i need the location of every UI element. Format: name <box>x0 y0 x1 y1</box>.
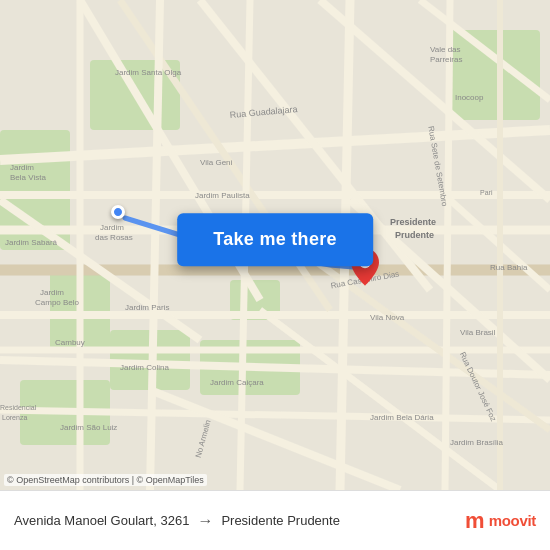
origin-marker <box>111 205 125 219</box>
svg-text:Vila Nova: Vila Nova <box>370 313 405 322</box>
destination-text: Presidente Prudente <box>221 513 340 528</box>
svg-text:Jardim Paris: Jardim Paris <box>125 303 169 312</box>
svg-text:Jardim Brasília: Jardim Brasília <box>450 438 503 447</box>
svg-text:Jardim: Jardim <box>10 163 34 172</box>
svg-text:Jardim Colina: Jardim Colina <box>120 363 169 372</box>
svg-text:Vale das: Vale das <box>430 45 461 54</box>
svg-text:Residencial: Residencial <box>0 404 37 411</box>
origin-text: Avenida Manoel Goulart, 3261 <box>14 513 189 528</box>
svg-text:Prudente: Prudente <box>395 230 434 240</box>
svg-line-32 <box>445 0 450 490</box>
svg-text:das Rosas: das Rosas <box>95 233 133 242</box>
svg-text:Pari: Pari <box>480 189 493 196</box>
svg-text:Rua Bahia: Rua Bahia <box>490 263 528 272</box>
svg-text:Jardim: Jardim <box>40 288 64 297</box>
svg-text:Jardim Paulista: Jardim Paulista <box>195 191 250 200</box>
svg-text:Jardim São Luiz: Jardim São Luiz <box>60 423 117 432</box>
svg-text:Vila Geni: Vila Geni <box>200 158 233 167</box>
take-me-there-button[interactable]: Take me there <box>177 213 373 266</box>
svg-text:Vila Brasil: Vila Brasil <box>460 328 496 337</box>
bottom-bar: Avenida Manoel Goulart, 3261 → President… <box>0 490 550 550</box>
map-attribution: © OpenStreetMap contributors | © OpenMap… <box>4 474 207 486</box>
svg-text:Campo Belo: Campo Belo <box>35 298 80 307</box>
svg-text:Lorenza: Lorenza <box>2 414 27 421</box>
svg-text:Jardim Santa Olga: Jardim Santa Olga <box>115 68 182 77</box>
svg-text:Jardim Bela Dária: Jardim Bela Dária <box>370 413 434 422</box>
button-overlay: Take me there <box>177 213 373 266</box>
map-container: Rua Guadalajara Jardim Santa Olga Vila G… <box>0 0 550 490</box>
svg-text:Jardim: Jardim <box>100 223 124 232</box>
svg-text:Jardim Caiçara: Jardim Caiçara <box>210 378 264 387</box>
svg-text:Presidente: Presidente <box>390 217 436 227</box>
svg-text:Inocoop: Inocoop <box>455 93 484 102</box>
svg-text:Jardim Sabará: Jardim Sabará <box>5 238 58 247</box>
route-info: Avenida Manoel Goulart, 3261 → President… <box>14 512 465 530</box>
moovit-logo: m moovit <box>465 508 536 534</box>
route-arrow-icon: → <box>197 512 213 530</box>
svg-text:Bela Vista: Bela Vista <box>10 173 46 182</box>
moovit-m-letter: m <box>465 508 485 534</box>
svg-text:Parreiras: Parreiras <box>430 55 462 64</box>
svg-text:Cambuy: Cambuy <box>55 338 85 347</box>
svg-rect-6 <box>450 30 540 120</box>
moovit-brand-text: moovit <box>489 512 536 529</box>
